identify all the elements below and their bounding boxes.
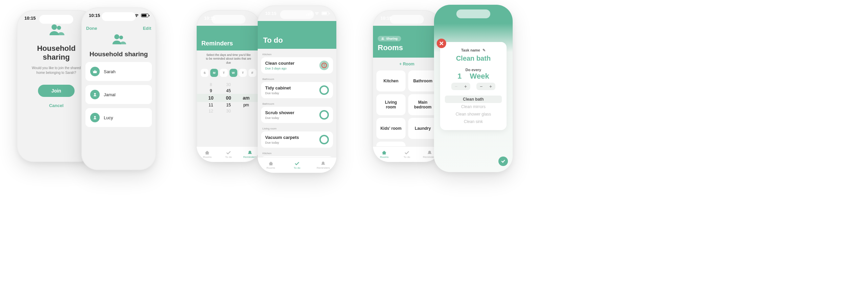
- room-tile[interactable]: Living room: [376, 94, 406, 115]
- add-room-button[interactable]: + Room: [373, 58, 441, 70]
- todo-list[interactable]: KitchenClean counterDue 3 days ago!Bathr…: [258, 49, 336, 173]
- sharing-pill[interactable]: Sharing: [378, 36, 401, 41]
- sharing-label: Sharing: [386, 37, 398, 40]
- task-due: Due 3 days ago: [265, 67, 295, 70]
- day-chip[interactable]: W: [230, 69, 237, 77]
- task-card[interactable]: Scrub showerDue today: [261, 107, 333, 123]
- member-name: Lucy: [104, 115, 113, 120]
- room-tile[interactable]: Laundry: [408, 118, 437, 139]
- unit-plus-button[interactable]: +: [486, 83, 495, 90]
- count-minus-button[interactable]: −: [451, 83, 461, 90]
- tab-bar: Rooms To do Reminders: [373, 146, 441, 162]
- member-row[interactable]: Lucy: [85, 108, 152, 127]
- day-chip[interactable]: F: [249, 69, 256, 77]
- day-chip[interactable]: S: [201, 69, 209, 77]
- room-tile[interactable]: Main bedroom: [408, 94, 437, 115]
- done-button[interactable]: Done: [86, 26, 97, 31]
- task-card[interactable]: Vacuum carpetsDue today: [261, 131, 333, 148]
- do-every-label: Do every: [445, 68, 502, 72]
- cancel-button[interactable]: Cancel: [23, 103, 90, 108]
- complete-toggle[interactable]: [319, 85, 329, 95]
- notch: [39, 15, 73, 24]
- svg-point-5: [94, 116, 96, 118]
- pencil-icon[interactable]: ✎: [482, 48, 486, 52]
- task-card[interactable]: Clean counterDue 3 days ago!: [261, 57, 333, 74]
- tab-rooms[interactable]: Rooms: [258, 158, 284, 173]
- task-card[interactable]: Tidy cabinetDue today: [261, 82, 333, 98]
- time-row[interactable]: 1115pm: [197, 102, 260, 108]
- count-plus-button[interactable]: +: [461, 83, 470, 90]
- close-button[interactable]: [437, 39, 446, 48]
- time-row[interactable]: 945: [197, 88, 260, 94]
- house-icon: [268, 161, 274, 166]
- room-tile[interactable]: Kitchen: [376, 70, 406, 91]
- member-name: Jamal: [104, 92, 116, 97]
- preset-option[interactable]: Clean mirrors: [445, 103, 502, 110]
- complete-toggle[interactable]: [319, 135, 329, 144]
- phone-rooms: 10:15 Sharing Rooms + Room KitchenBathro…: [373, 10, 441, 162]
- svg-point-1: [57, 26, 61, 30]
- check-icon: [404, 150, 410, 155]
- task-due: Due today: [265, 116, 294, 120]
- preset-option[interactable]: Clean sink: [445, 118, 502, 125]
- tab-reminders[interactable]: Reminders: [310, 158, 336, 173]
- people-icon: [111, 34, 126, 45]
- time-picker[interactable]: 8309451000am1115pm1230: [197, 82, 260, 114]
- tab-label: Reminders: [243, 156, 256, 159]
- member-row[interactable]: Jamal: [85, 85, 152, 104]
- tab-todo[interactable]: To do: [218, 147, 239, 162]
- tab-rooms[interactable]: Rooms: [373, 147, 396, 162]
- confirm-button[interactable]: [498, 157, 508, 166]
- room-tile[interactable]: Bathroom: [408, 70, 437, 91]
- room-tile[interactable]: Kids' room: [376, 118, 406, 139]
- time-row[interactable]: 830: [197, 82, 260, 88]
- notch: [390, 15, 424, 24]
- day-chip[interactable]: M: [210, 69, 218, 77]
- preset-option[interactable]: Clean shower glass: [445, 110, 502, 118]
- member-row[interactable]: Sarah: [85, 62, 152, 81]
- join-button[interactable]: Join: [38, 85, 75, 97]
- unit-minus-button[interactable]: −: [476, 83, 486, 90]
- battery-icon: [141, 14, 149, 17]
- tab-rooms[interactable]: Rooms: [197, 147, 218, 162]
- task-due: Due today: [265, 91, 291, 95]
- check-icon: [501, 159, 506, 164]
- crown-avatar-icon: [90, 67, 100, 76]
- tab-label: To do: [294, 166, 300, 169]
- rooms-title: Rooms: [373, 41, 441, 56]
- stepper-row: − + − +: [445, 83, 502, 90]
- time-row[interactable]: 1000am: [197, 94, 260, 102]
- plus-icon: +: [399, 62, 403, 66]
- bell-icon: [320, 161, 326, 166]
- todo-title: To do: [258, 26, 336, 49]
- day-chip[interactable]: T: [239, 69, 247, 77]
- people-icon: [381, 37, 384, 40]
- household-title: Household sharing: [81, 50, 156, 58]
- notch: [102, 12, 136, 21]
- tab-label: Reminders: [317, 166, 330, 169]
- tab-todo[interactable]: To do: [284, 158, 310, 173]
- tab-reminders[interactable]: Reminders: [239, 147, 260, 162]
- preset-option[interactable]: Clean bath: [445, 96, 502, 103]
- check-icon: [294, 161, 300, 166]
- bell-icon: [247, 150, 253, 155]
- time-row[interactable]: 1230: [197, 108, 260, 114]
- phone-household-members: 10:15 Done Edit Household sharing SarahJ…: [81, 7, 156, 170]
- complete-toggle[interactable]: [319, 110, 329, 120]
- overdue-alert-icon[interactable]: !: [319, 61, 329, 70]
- tab-label: To do: [225, 156, 232, 159]
- household-members-content: Done Edit Household sharing SarahJamalLu…: [81, 7, 156, 170]
- task-name: Vacuum carpets: [265, 135, 299, 140]
- notch: [456, 9, 490, 18]
- tab-bar: Rooms To do Reminders: [197, 146, 260, 162]
- notch: [280, 10, 314, 19]
- task-name: Tidy cabinet: [265, 85, 291, 90]
- edit-button[interactable]: Edit: [143, 26, 151, 31]
- preset-list: Clean bathClean mirrorsClean shower glas…: [445, 96, 502, 125]
- phone-todo: 10:15 To do KitchenClean counterDue 3 da…: [258, 5, 336, 173]
- unit-stepper: − +: [476, 83, 495, 90]
- day-chip[interactable]: T: [220, 69, 228, 77]
- person-avatar-icon: [90, 113, 100, 122]
- tab-todo[interactable]: To do: [396, 147, 418, 162]
- reminders-title: Reminders: [197, 31, 260, 50]
